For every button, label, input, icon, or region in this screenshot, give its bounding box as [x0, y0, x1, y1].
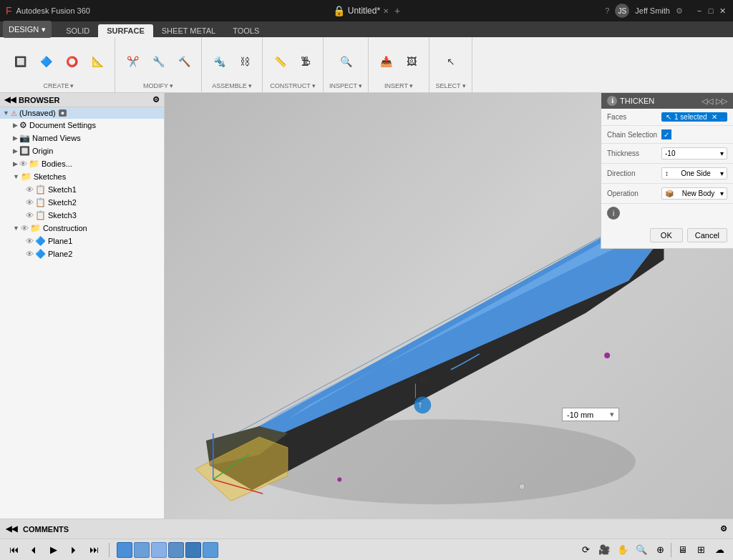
modify-btn-3[interactable]: 🔨 [173, 54, 195, 69]
create-btn-3[interactable]: ⭕ [60, 54, 83, 69]
playback-end-btn[interactable]: ⏭ [86, 542, 102, 558]
browser-options-icon[interactable]: ⚙ [152, 95, 160, 104]
construct-btn-1[interactable]: 📏 [268, 54, 291, 69]
insert-btn-1[interactable]: 📥 [374, 54, 397, 69]
assemble-label: ASSEMBLE ▾ [212, 82, 252, 89]
comments-add-icon[interactable]: ⚙ [720, 524, 727, 534]
cloud-btn[interactable]: ☁ [712, 542, 727, 558]
modify-buttons: ✂️ 🔧 🔨 [121, 40, 195, 82]
construct-btn-2[interactable]: 🗜 [294, 54, 317, 69]
create-btn-2[interactable]: 🔷 [34, 54, 57, 69]
tree-item-sketch2[interactable]: 👁 📋 Sketch2 [0, 196, 164, 209]
clear-selection-icon[interactable]: ✕ [712, 113, 717, 121]
tab-surface[interactable]: SURFACE [98, 24, 153, 37]
tree-item-namedviews[interactable]: ▶ 📷 Named Views [0, 132, 164, 144]
panel-collapse-icon[interactable]: ◁◁ [702, 97, 713, 106]
operation-value[interactable]: 📦 New Body ▾ [661, 187, 727, 200]
create-btn-1[interactable]: 🔲 [9, 54, 31, 69]
minimize-button[interactable]: − [694, 6, 704, 16]
camera-btn[interactable]: 🎥 [596, 542, 612, 558]
pan-btn[interactable]: ✋ [615, 542, 631, 558]
zoom-fit-btn[interactable]: ⊕ [652, 542, 668, 558]
tab-solid[interactable]: SOLID [57, 24, 98, 37]
display-mode-btn[interactable]: 🖥 [674, 542, 690, 558]
timeline-item-1[interactable] [117, 542, 132, 558]
tab-sheet-metal[interactable]: SHEET METAL [153, 24, 224, 37]
settings-icon[interactable]: ⚙ [676, 6, 683, 16]
selected-badge[interactable]: ↖ 1 selected ✕ [661, 112, 727, 122]
comments-collapse[interactable]: ◀◀ [6, 524, 17, 534]
timeline-items [117, 542, 218, 558]
cancel-button[interactable]: Cancel [687, 228, 727, 242]
playback-next-btn[interactable]: ⏵ [66, 542, 82, 558]
info-circle-icon[interactable]: i [607, 207, 620, 220]
faces-value[interactable]: ↖ 1 selected ✕ [661, 112, 727, 122]
thickness-arrow: ▾ [720, 149, 724, 157]
tree-item-docsettings[interactable]: ▶ ⚙ Document Settings [0, 119, 164, 132]
visibility-icon: 👁 [19, 159, 27, 168]
construct-label: CONSTRUCT ▾ [270, 82, 316, 89]
separator2 [671, 543, 671, 557]
timeline-item-5[interactable] [185, 542, 201, 558]
inspect-btn-1[interactable]: 🔍 [334, 54, 357, 69]
ok-button[interactable]: OK [650, 228, 683, 242]
viewport-controls: ⟳ 🎥 ✋ 🔍 ⊕ 🖥 ⊞ ☁ [578, 542, 727, 558]
playback-start-btn[interactable]: ⏮ [6, 542, 21, 558]
tree-item-origin[interactable]: ▶ 🔲 Origin [0, 144, 164, 157]
grid-btn[interactable]: ⊞ [693, 542, 709, 558]
orbit-btn[interactable]: ⟳ [578, 542, 593, 558]
restore-button[interactable]: □ [706, 6, 716, 16]
direction-value[interactable]: ↕ One Side ▾ [661, 167, 727, 180]
construct-arrow: ▾ [312, 82, 316, 89]
assemble-btn-1[interactable]: 🔩 [208, 54, 230, 69]
tree-item-construction[interactable]: ▼ 👁 📁 Construction [0, 222, 164, 235]
thickness-value[interactable]: -10 ▾ [661, 147, 727, 159]
create-btn-4[interactable]: 📐 [86, 54, 109, 69]
browser-collapse-icon[interactable]: ◀◀ [4, 95, 16, 104]
insert-btn-2[interactable]: 🖼 [400, 54, 423, 69]
create-label: CREATE ▾ [44, 82, 74, 89]
playback-play-btn[interactable]: ▶ [46, 542, 62, 558]
tree-item-plane1[interactable]: 👁 🔷 Plane1 [0, 235, 164, 247]
select-btn-1[interactable]: ↖ [440, 54, 462, 69]
zoom-btn[interactable]: 🔍 [634, 542, 649, 558]
design-arrow: ▾ [42, 25, 46, 34]
user-avatar[interactable]: JS [615, 4, 629, 18]
timeline-item-4[interactable] [168, 542, 184, 558]
tree-item-unsaved[interactable]: ▼ ⚠ (Unsaved) ● [0, 107, 164, 119]
operation-field[interactable]: 📦 New Body ▾ [661, 187, 727, 200]
visibility-icon: 👁 [26, 237, 34, 245]
panel-expand-icon[interactable]: ▷▷ [716, 97, 727, 106]
tree-item-label: Sketches [34, 172, 66, 181]
chain-value[interactable]: ✓ [661, 129, 727, 139]
chain-checkbox[interactable]: ✓ [661, 129, 671, 139]
tree-item-sketch3[interactable]: 👁 📋 Sketch3 [0, 209, 164, 222]
assemble-btn-2[interactable]: ⛓ [233, 54, 256, 69]
info-row: i [601, 204, 733, 222]
thickness-field[interactable]: -10 ▾ [661, 147, 727, 159]
timeline-item-6[interactable] [203, 542, 218, 558]
timeline-item-2[interactable] [134, 542, 150, 558]
direction-field[interactable]: ↕ One Side ▾ [661, 167, 727, 180]
dim-dropdown-arrow[interactable]: ▾ [610, 410, 614, 419]
tree-item-plane2[interactable]: 👁 🔷 Plane2 [0, 247, 164, 260]
modify-btn-1[interactable]: ✂️ [121, 54, 144, 69]
viewport[interactable]: 10.00 ↑ Z [165, 93, 733, 519]
tree-item-sketch1[interactable]: 👁 📋 Sketch1 [0, 183, 164, 196]
direction-arrow: ▾ [720, 170, 724, 177]
inspect-section: 🔍 INSPECT ▾ [324, 37, 369, 92]
modify-arrow: ▾ [170, 82, 173, 89]
help-icon[interactable]: ? [605, 6, 609, 15]
close-tab-icon[interactable]: ✕ [383, 7, 389, 15]
close-button[interactable]: ✕ [717, 6, 727, 16]
tab-tools[interactable]: TOOLS [224, 24, 268, 37]
design-dropdown[interactable]: DESIGN ▾ [3, 21, 52, 38]
tree-item-bodies[interactable]: ▶ 👁 📁 Bodies... [0, 157, 164, 170]
tree-item-label: Plane1 [48, 237, 72, 245]
dimension-input[interactable]: -10 mm ▾ [562, 408, 619, 421]
timeline-item-3[interactable] [151, 542, 167, 558]
playback-prev-btn[interactable]: ⏴ [26, 542, 42, 558]
new-tab-icon[interactable]: + [394, 5, 400, 16]
tree-item-sketches[interactable]: ▼ 📁 Sketches [0, 170, 164, 183]
modify-btn-2[interactable]: 🔧 [147, 54, 170, 69]
